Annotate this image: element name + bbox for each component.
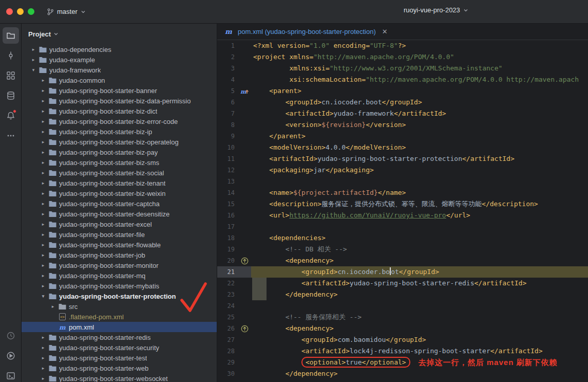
tree-item-src[interactable]: ▸src <box>22 301 217 312</box>
tree-item-yudao-spring-boot-starter-captcha[interactable]: ▸yudao-spring-boot-starter-captcha <box>22 198 217 209</box>
tree-item-yudao-spring-boot-starter-web[interactable]: ▸yudao-spring-boot-starter-web <box>22 363 217 373</box>
code-text[interactable]: xsi:schemaLocation="http://maven.apache.… <box>251 74 588 85</box>
tree-item-yudao-spring-boot-starter-biz-weixin[interactable]: ▸yudao-spring-boot-starter-biz-weixin <box>22 188 217 198</box>
notifications-bell-icon[interactable] <box>3 107 19 124</box>
code-text[interactable]: <optional>true</optional>去掉这一行，然后 maven … <box>251 357 588 368</box>
code-line-7[interactable]: 7 <artifactId>yudao-framework</artifactI… <box>217 108 588 119</box>
code-text[interactable]: <project xmlns="http://maven.apache.org/… <box>251 51 588 63</box>
code-text[interactable]: <artifactId>yudao-spring-boot-starter-re… <box>251 278 588 289</box>
code-text[interactable]: <packaging>jar</packaging> <box>251 165 588 176</box>
tree-item-yudao-framework[interactable]: ▾yudao-framework <box>22 65 217 75</box>
code-line-10[interactable]: 10 <modelVersion>4.0.0</modelVersion> <box>217 142 588 153</box>
tree-item-yudao-spring-boot-starter-test[interactable]: ▸yudao-spring-boot-starter-test <box>22 353 217 363</box>
history-clock-icon[interactable] <box>3 328 19 344</box>
tree-item-yudao-spring-boot-starter-job[interactable]: ▸yudao-spring-boot-starter-job <box>22 250 217 260</box>
chevron-right-icon[interactable]: ▸ <box>39 191 48 196</box>
tree-item-yudao-spring-boot-starter-flowable[interactable]: ▸yudao-spring-boot-starter-flowable <box>22 240 217 250</box>
code-line-3[interactable]: 3 xmlns:xsi="http://www.w3.org/2001/XMLS… <box>217 63 588 74</box>
tree-item-yudao-spring-boot-starter-biz-operatelog[interactable]: ▸yudao-spring-boot-starter-biz-operatelo… <box>22 137 217 147</box>
chevron-right-icon[interactable]: ▸ <box>39 150 48 155</box>
code-line-28[interactable]: 28 <artifactId>lock4j-redisson-spring-bo… <box>217 345 588 357</box>
tree-item-yudao-spring-boot-starter-biz-social[interactable]: ▸yudao-spring-boot-starter-biz-social <box>22 168 217 178</box>
chevron-right-icon[interactable]: ▸ <box>39 222 48 227</box>
database-icon[interactable] <box>3 87 19 104</box>
code-text[interactable]: <version>${revision}</version> <box>251 119 588 131</box>
chevron-right-icon[interactable]: ▸ <box>29 57 38 62</box>
code-line-5[interactable]: 5m <parent> <box>217 85 588 97</box>
tree-item-yudao-spring-boot-starter-desensitize[interactable]: ▸yudao-spring-boot-starter-desensitize <box>22 209 217 219</box>
code-line-13[interactable]: 13 <box>217 176 588 187</box>
dependency-up-gutter-icon[interactable] <box>238 255 251 266</box>
commit-icon[interactable] <box>3 47 19 64</box>
code-text[interactable] <box>251 176 588 187</box>
chevron-right-icon[interactable]: ▸ <box>39 160 48 165</box>
chevron-right-icon[interactable]: ▸ <box>39 252 48 258</box>
tree-item-yudao-spring-boot-starter-excel[interactable]: ▸yudao-spring-boot-starter-excel <box>22 219 217 229</box>
chevron-right-icon[interactable]: ▸ <box>39 108 48 114</box>
chevron-right-icon[interactable]: ▸ <box>39 273 48 278</box>
terminal-icon[interactable] <box>3 368 19 382</box>
tree-item-yudao-spring-boot-starter-biz-pay[interactable]: ▸yudao-spring-boot-starter-biz-pay <box>22 147 217 157</box>
chevron-right-icon[interactable]: ▸ <box>39 345 48 350</box>
tree-item-yudao-spring-boot-starter-mybatis[interactable]: ▸yudao-spring-boot-starter-mybatis <box>22 281 217 291</box>
maven-parent-gutter-icon[interactable]: m <box>238 85 251 97</box>
tree-item-yudao-spring-boot-starter-biz-dict[interactable]: ▸yudao-spring-boot-starter-biz-dict <box>22 106 217 116</box>
chevron-right-icon[interactable]: ▸ <box>39 88 48 93</box>
chevron-right-icon[interactable]: ▸ <box>39 139 48 144</box>
tree-item-yudao-example[interactable]: ▸yudao-example <box>22 54 217 65</box>
services-run-icon[interactable] <box>3 348 19 364</box>
close-tab-icon[interactable]: ✕ <box>382 28 388 35</box>
chevron-right-icon[interactable]: ▸ <box>39 119 48 124</box>
code-text[interactable]: <!-- DB 相关 --> <box>251 244 588 255</box>
code-text[interactable]: <parent> <box>251 85 588 97</box>
chevron-right-icon[interactable]: ▸ <box>39 170 48 175</box>
chevron-right-icon[interactable]: ▸ <box>39 180 48 186</box>
code-text[interactable]: xmlns:xsi="http://www.w3.org/2001/XMLSch… <box>251 63 588 74</box>
structure-icon[interactable] <box>3 67 19 84</box>
code-text[interactable]: <dependency> <box>251 255 588 266</box>
code-line-23[interactable]: 23 </dependency> <box>217 289 588 300</box>
chevron-down-icon[interactable] <box>53 31 59 37</box>
code-text[interactable]: <artifactId>yudao-spring-boot-starter-pr… <box>251 153 588 165</box>
code-line-2[interactable]: 2<project xmlns="http://maven.apache.org… <box>217 51 588 63</box>
tree-item-yudao-spring-boot-starter-redis[interactable]: ▸yudao-spring-boot-starter-redis <box>22 332 217 342</box>
code-line-22[interactable]: 22 <artifactId>yudao-spring-boot-starter… <box>217 278 588 289</box>
tree-item-.flattened-pom.xml[interactable]: <>.flattened-pom.xml <box>22 312 217 322</box>
git-branch-selector[interactable]: master <box>43 5 90 18</box>
code-line-18[interactable]: 18 <dependencies> <box>217 232 588 244</box>
code-text[interactable]: <groupId>com.baomidou</groupId> <box>251 334 588 345</box>
chevron-right-icon[interactable]: ▸ <box>39 355 48 360</box>
chevron-right-icon[interactable]: ▸ <box>39 78 48 83</box>
code-text[interactable]: <dependency> <box>251 323 588 334</box>
code-line-24[interactable]: 24 <box>217 300 588 312</box>
code-line-20[interactable]: 20 <dependency> <box>217 255 588 266</box>
code-text[interactable]: <groupId>cn.iocoder.boot</groupId> <box>251 97 588 108</box>
project-folder-icon[interactable] <box>3 27 19 44</box>
tree-item-yudao-spring-boot-starter-protection[interactable]: ▾yudao-spring-boot-starter-protection <box>22 291 217 301</box>
code-text[interactable]: <artifactId>yudao-framework</artifactId> <box>251 108 588 119</box>
code-line-9[interactable]: 9 </parent> <box>217 131 588 142</box>
chevron-right-icon[interactable]: ▸ <box>39 376 48 381</box>
project-selector[interactable]: ruoyi-vue-pro-2023 <box>400 4 472 16</box>
code-text[interactable]: <!-- 服务保障相关 --> <box>251 312 588 323</box>
code-line-16[interactable]: 16 <url>https://github.com/YunaiV/ruoyi-… <box>217 210 588 221</box>
code-line-25[interactable]: 25 <!-- 服务保障相关 --> <box>217 312 588 323</box>
editor-code[interactable]: 1<?xml version="1.0" encoding="UTF-8"?>2… <box>217 40 588 382</box>
chevron-down-icon[interactable]: ▾ <box>29 67 38 72</box>
code-text[interactable]: <dependencies> <box>251 232 588 244</box>
chevron-down-icon[interactable]: ▾ <box>39 294 48 299</box>
tree-item-yudao-spring-boot-starter-mq[interactable]: ▸yudao-spring-boot-starter-mq <box>22 270 217 281</box>
code-line-21[interactable]: 21 <groupId>cn.iocoder.boot</groupId> <box>217 266 588 278</box>
code-line-8[interactable]: 8 <version>${revision}</version> <box>217 119 588 131</box>
code-text[interactable]: <name>${project.artifactId}</name> <box>251 187 588 198</box>
tab-pom-xml[interactable]: m pom.xml (yudao-spring-boot-starter-pro… <box>217 24 393 40</box>
zoom-window-button[interactable] <box>28 8 34 15</box>
tree-item-yudao-spring-boot-starter-biz-error-code[interactable]: ▸yudao-spring-boot-starter-biz-error-cod… <box>22 116 217 126</box>
tree-item-yudao-spring-boot-starter-biz-tenant[interactable]: ▸yudao-spring-boot-starter-biz-tenant <box>22 178 217 188</box>
code-line-6[interactable]: 6 <groupId>cn.iocoder.boot</groupId> <box>217 97 588 108</box>
project-panel-header[interactable]: Project <box>22 24 217 44</box>
tree-item-yudao-spring-boot-starter-file[interactable]: ▸yudao-spring-boot-starter-file <box>22 229 217 240</box>
code-text[interactable]: <?xml version="1.0" encoding="UTF-8"?> <box>251 40 588 51</box>
tree-item-yudao-spring-boot-starter-security[interactable]: ▸yudao-spring-boot-starter-security <box>22 342 217 353</box>
chevron-right-icon[interactable]: ▸ <box>39 242 48 247</box>
